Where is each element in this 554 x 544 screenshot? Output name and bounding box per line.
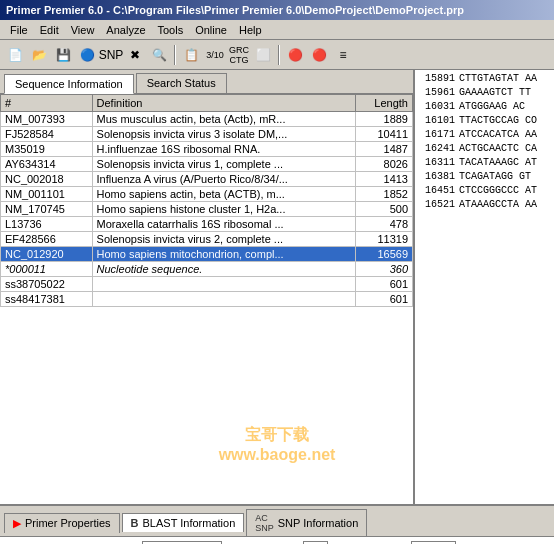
tab-blast-info[interactable]: B BLAST Information [122, 513, 245, 532]
separator-2 [278, 45, 280, 65]
table-row[interactable]: NM_007393Mus musculus actin, beta (Actb)… [1, 112, 413, 127]
bottom-content: Accession Number/Name: Mutant Base: SNP … [0, 537, 554, 544]
seq-position: 16031 [417, 100, 455, 114]
table-row[interactable]: NM_170745Homo sapiens histone cluster 1,… [1, 202, 413, 217]
col-header-definition: Definition [92, 95, 355, 112]
snp-label: SNP Information [278, 517, 359, 529]
seq-length: 1889 [355, 112, 412, 127]
sequence-table[interactable]: # Definition Length NM_007393Mus musculu… [0, 94, 413, 504]
title-text: Primer Premier 6.0 - C:\Program Files\Pr… [6, 4, 464, 16]
save-button[interactable]: 💾 [52, 44, 74, 66]
sequence-viewer: 15891CTTGTAGTAT AA15961GAAAAGTCT TT16031… [415, 70, 554, 504]
seq-definition: Homo sapiens histone cluster 1, H2a... [92, 202, 355, 217]
primer-label: Primer Properties [25, 517, 111, 529]
menu-file[interactable]: File [4, 22, 34, 38]
seq-bases: ATGGGAAG AC [459, 100, 525, 114]
table-row[interactable]: NM_001101Homo sapiens actin, beta (ACTB)… [1, 187, 413, 202]
table-row[interactable]: NC_002018Influenza A virus (A/Puerto Ric… [1, 172, 413, 187]
tab-search-status[interactable]: Search Status [136, 73, 227, 93]
table-row[interactable]: M35019H.influenzae 16S ribosomal RNA.148… [1, 142, 413, 157]
seq-length: 11319 [355, 232, 412, 247]
col-header-num: # [1, 95, 93, 112]
seq-length: 500 [355, 202, 412, 217]
seq-position: 15891 [417, 72, 455, 86]
menu-online[interactable]: Online [189, 22, 233, 38]
col-header-length: Length [355, 95, 412, 112]
seq-length: 10411 [355, 127, 412, 142]
delete-button[interactable]: ✖ [124, 44, 146, 66]
seq-definition: Solenopsis invicta virus 1, complete ... [92, 157, 355, 172]
menu-edit[interactable]: Edit [34, 22, 65, 38]
seq-length: 8026 [355, 157, 412, 172]
seq-bases: ATAAAGCCTA AA [459, 198, 537, 212]
seq-definition: Solenopsis invicta virus 2, complete ... [92, 232, 355, 247]
seq-position: 16381 [417, 170, 455, 184]
title-bar: Primer Premier 6.0 - C:\Program Files\Pr… [0, 0, 554, 20]
snp-button[interactable]: SNP [100, 44, 122, 66]
table-row[interactable]: ss38705022601 [1, 277, 413, 292]
separator-1 [174, 45, 176, 65]
menu-help[interactable]: Help [233, 22, 268, 38]
seq-position: 15961 [417, 86, 455, 100]
seq-bases: TTACTGCCAG CO [459, 114, 537, 128]
toolbar-btn-13[interactable]: 🔴 [308, 44, 330, 66]
toolbar-btn-10[interactable]: GRCCTG [228, 44, 250, 66]
seq-bases: ATCCACATCA AA [459, 128, 537, 142]
seq-id: NC_012920 [1, 247, 93, 262]
seq-definition: Influenza A virus (A/Puerto Rico/8/34/..… [92, 172, 355, 187]
toolbar-btn-8[interactable]: 📋 [180, 44, 202, 66]
sequence-tabs: Sequence Information Search Status [0, 70, 413, 94]
seq-length: 1852 [355, 187, 412, 202]
seq-viewer-line: 16101TTACTGCCAG CO [417, 114, 552, 128]
tab-sequence-info[interactable]: Sequence Information [4, 74, 134, 94]
seq-id: NM_170745 [1, 202, 93, 217]
table-row[interactable]: EF428566Solenopsis invicta virus 2, comp… [1, 232, 413, 247]
seq-definition: Moraxella catarrhalis 16S ribosomal ... [92, 217, 355, 232]
open-button[interactable]: 📂 [28, 44, 50, 66]
seq-id: FJ528584 [1, 127, 93, 142]
table-row[interactable]: ss48417381601 [1, 292, 413, 307]
table-row[interactable]: NC_012920Homo sapiens mitochondrion, com… [1, 247, 413, 262]
main-area: Sequence Information Search Status # Def… [0, 70, 554, 504]
seq-length: 16569 [355, 247, 412, 262]
seq-length: 601 [355, 292, 412, 307]
primer-icon: ▶ [13, 517, 21, 530]
seq-viewer-line: 16521ATAAAGCCTA AA [417, 198, 552, 212]
seq-position: 16241 [417, 142, 455, 156]
seq-definition: H.influenzae 16S ribosomal RNA. [92, 142, 355, 157]
seq-viewer-line: 15891CTTGTAGTAT AA [417, 72, 552, 86]
seq-bases: ACTGCAACTC CA [459, 142, 537, 156]
seq-id: *000011 [1, 262, 93, 277]
toolbar-btn-11[interactable]: ⬜ [252, 44, 274, 66]
seq-position: 16451 [417, 184, 455, 198]
menu-analyze[interactable]: Analyze [100, 22, 151, 38]
seq-definition: Homo sapiens actin, beta (ACTB), m... [92, 187, 355, 202]
seq-id: EF428566 [1, 232, 93, 247]
seq-viewer-line: 16451CTCCGGGCCC AT [417, 184, 552, 198]
menu-view[interactable]: View [65, 22, 101, 38]
table-row[interactable]: FJ528584Solenopsis invicta virus 3 isola… [1, 127, 413, 142]
seq-viewer-line: 16381TCAGATAGG GT [417, 170, 552, 184]
seq-definition: Mus musculus actin, beta (Actb), mR... [92, 112, 355, 127]
toolbar-btn-4[interactable]: 🔵 [76, 44, 98, 66]
seq-id: ss38705022 [1, 277, 93, 292]
seq-id: ss48417381 [1, 292, 93, 307]
toolbar: 📄 📂 💾 🔵 SNP ✖ 🔍 📋 3/10 GRCCTG ⬜ 🔴 🔴 ≡ [0, 40, 554, 70]
seq-viewer-line: 16241ACTGCAACTC CA [417, 142, 552, 156]
toolbar-btn-14[interactable]: ≡ [332, 44, 354, 66]
snp-icon: ACSNP [255, 513, 274, 533]
seq-viewer-line: 16311TACATAAAGC AT [417, 156, 552, 170]
table-row[interactable]: *000011Nucleotide sequence.360 [1, 262, 413, 277]
seq-id: NM_007393 [1, 112, 93, 127]
tab-primer-properties[interactable]: ▶ Primer Properties [4, 513, 120, 533]
table-row[interactable]: L13736Moraxella catarrhalis 16S ribosoma… [1, 217, 413, 232]
menu-tools[interactable]: Tools [152, 22, 190, 38]
search-button[interactable]: 🔍 [148, 44, 170, 66]
table-row[interactable]: AY634314Solenopsis invicta virus 1, comp… [1, 157, 413, 172]
toolbar-btn-9[interactable]: 3/10 [204, 44, 226, 66]
tab-snp-info[interactable]: ACSNP SNP Information [246, 509, 367, 536]
seq-id: M35019 [1, 142, 93, 157]
toolbar-btn-12[interactable]: 🔴 [284, 44, 306, 66]
new-button[interactable]: 📄 [4, 44, 26, 66]
bottom-section: ▶ Primer Properties B BLAST Information … [0, 504, 554, 544]
